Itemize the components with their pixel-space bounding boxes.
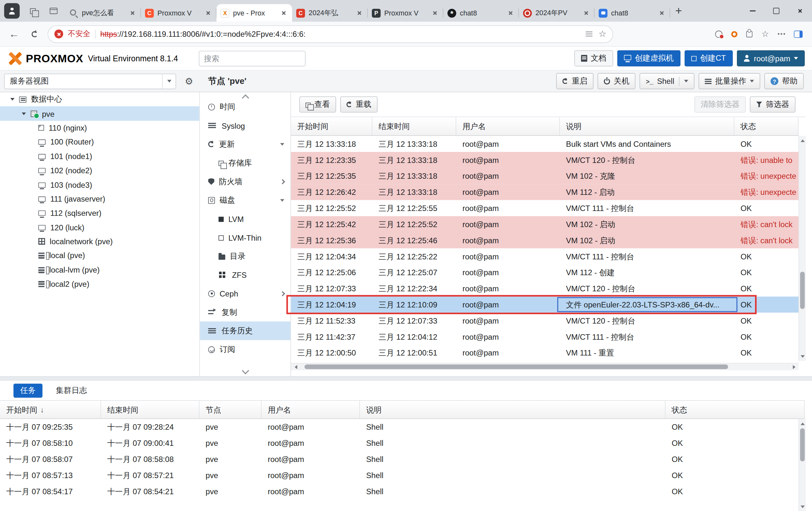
tree-item[interactable]: 103 (node3) (0, 178, 199, 192)
bottom-vertical-scrollbar[interactable] (799, 419, 806, 511)
tree-item[interactable]: 112 (sqlserver) (0, 206, 199, 220)
create-ct-button[interactable]: 创建CT (685, 50, 732, 66)
tab-close-icon[interactable] (280, 9, 288, 17)
task-row[interactable]: 十一月 07 09:25:35 十一月 07 09:28:24 pve root… (0, 419, 805, 435)
tree-item[interactable]: localnetwork (pve) (0, 234, 199, 248)
tree-item[interactable]: 102 (node2) (0, 163, 199, 178)
extensions-puzzle-icon[interactable] (747, 31, 753, 37)
tree-expander-icon[interactable] (10, 96, 19, 103)
reader-mode-icon[interactable] (585, 31, 592, 37)
browser-tab[interactable]: chat8 (443, 4, 519, 22)
tab-close-icon[interactable] (355, 9, 364, 17)
scrollbar-thumb[interactable] (800, 428, 805, 461)
task-row[interactable]: 三月 12 12:04:19 三月 12 12:10:09 root@pam 文… (291, 296, 799, 313)
task-row[interactable]: 三月 12 12:25:36 三月 12 12:25:46 root@pam V… (291, 232, 799, 248)
task-row[interactable]: 三月 12 12:23:35 三月 12 13:33:18 root@pam V… (291, 152, 799, 168)
tree-item[interactable]: 111 (javaserver) (0, 192, 199, 206)
scroll-up-icon[interactable] (799, 136, 807, 143)
scroll-up-icon[interactable] (799, 419, 807, 427)
new-tab-button[interactable]: + (675, 1, 682, 21)
task-vertical-scrollbar[interactable] (799, 136, 806, 361)
select-trigger[interactable] (162, 74, 176, 88)
tree-item[interactable]: local (pve) (0, 248, 199, 263)
nav-scroll-down-icon[interactable] (242, 367, 249, 375)
task-row[interactable]: 三月 12 12:00:50 三月 12 12:00:51 root@pam V… (291, 345, 799, 361)
column-header[interactable]: 节点 (199, 401, 262, 419)
browser-tab[interactable]: chat8 (594, 4, 670, 22)
tab-close-icon[interactable] (204, 9, 212, 17)
nav-item[interactable]: 目录 (200, 247, 290, 266)
browser-tab[interactable]: pve怎么看 (65, 4, 141, 22)
reload-button[interactable]: 重载 (340, 97, 378, 113)
column-header[interactable]: 状态 (734, 117, 799, 135)
tab-close-icon[interactable] (431, 9, 439, 17)
task-row[interactable]: 三月 12 12:25:35 三月 12 13:33:18 root@pam V… (291, 168, 799, 184)
tree-item[interactable]: 110 (nginx) (0, 120, 199, 135)
shutdown-button[interactable]: 关机 (598, 73, 635, 89)
tree-expander-icon[interactable] (22, 110, 30, 117)
scroll-right-icon[interactable] (791, 364, 799, 371)
browser-menu-icon[interactable] (778, 33, 779, 35)
tab-close-icon[interactable] (506, 9, 515, 17)
task-row[interactable]: 十一月 07 08:58:10 十一月 07 09:00:41 pve root… (0, 435, 805, 451)
documentation-button[interactable]: 文档 (574, 50, 613, 66)
scroll-down-icon[interactable] (799, 354, 807, 361)
nav-item[interactable]: ZFS (200, 266, 290, 284)
column-header[interactable]: 用户名 (456, 117, 560, 135)
shell-button[interactable]: Shell (640, 73, 694, 89)
clear-filter-button[interactable]: 清除筛选器 (694, 97, 746, 113)
task-row[interactable]: 三月 12 12:04:34 三月 12 12:25:22 root@pam V… (291, 248, 799, 265)
column-header[interactable]: 说明 (560, 117, 734, 135)
filter-button[interactable]: 筛选器 (750, 97, 795, 113)
help-button[interactable]: 帮助 (764, 73, 804, 89)
tab-tasks[interactable]: 任务 (13, 383, 42, 397)
caret-down-icon[interactable] (684, 80, 688, 84)
task-row[interactable]: 三月 12 12:25:52 三月 12 12:25:55 root@pam V… (291, 200, 799, 216)
tab-close-icon[interactable] (658, 9, 666, 17)
favorites-icon[interactable]: ☆ (761, 29, 769, 39)
task-row[interactable]: 三月 12 12:07:33 三月 12 12:22:34 root@pam V… (291, 280, 799, 296)
tab-close-icon[interactable] (582, 9, 590, 17)
window-maximize-button[interactable] (764, 0, 788, 22)
nav-item[interactable]: 复制 (200, 303, 290, 322)
column-header[interactable]: 用户名 (262, 401, 360, 419)
column-header[interactable]: 说明 (360, 401, 665, 419)
address-bar[interactable]: 不安全 https://192.168.119.111:8006/#v1:0:=… (48, 25, 613, 43)
task-row[interactable]: 十一月 07 08:58:07 十一月 07 08:58:08 pve root… (0, 451, 805, 467)
browser-tab[interactable]: 2024年PV (519, 4, 594, 22)
view-task-button[interactable]: 查看 (299, 97, 336, 113)
window-close-button[interactable] (788, 0, 812, 22)
nav-item[interactable]: 存储库 (200, 154, 290, 172)
task-row[interactable]: 三月 12 13:33:18 三月 12 13:33:18 root@pam B… (291, 136, 799, 152)
scroll-down-icon[interactable] (799, 504, 807, 511)
task-row[interactable]: 三月 12 12:25:06 三月 12 12:25:07 root@pam V… (291, 265, 799, 281)
tree-item[interactable]: 100 (Router) (0, 135, 199, 149)
restart-button[interactable]: 重启 (556, 73, 593, 89)
tree-item[interactable]: 数据中心 (0, 92, 199, 106)
browser-tab[interactable]: pve - Prox (216, 4, 292, 22)
server-view-select[interactable]: 服务器视图 (4, 73, 176, 89)
not-secure-icon[interactable] (54, 30, 63, 38)
sidebar-toggle-icon[interactable] (794, 30, 803, 37)
tree-item[interactable]: 120 (luck) (0, 220, 199, 234)
scroll-left-icon[interactable] (291, 364, 298, 371)
browser-tab[interactable]: Proxmox V (141, 4, 216, 22)
window-minimize-button[interactable] (741, 0, 764, 22)
task-row[interactable]: 三月 12 11:52:33 三月 12 12:07:33 root@pam V… (291, 313, 799, 329)
nav-item[interactable]: 任务历史 (200, 321, 290, 340)
tree-item[interactable]: 101 (node1) (0, 149, 199, 163)
task-row[interactable]: 十一月 07 08:54:17 十一月 07 08:54:21 pve root… (0, 483, 805, 500)
bulk-actions-button[interactable]: 批量操作 (699, 73, 760, 89)
nav-item[interactable]: 订阅 (200, 340, 290, 359)
scrollbar-thumb[interactable] (800, 272, 805, 309)
scrollbar-thumb[interactable] (304, 365, 728, 369)
user-menu-button[interactable]: root@pam (737, 50, 805, 66)
create-vm-button[interactable]: 创建虚拟机 (617, 50, 680, 66)
back-button[interactable]: ← (6, 26, 22, 42)
tab-search-icon[interactable] (46, 3, 61, 19)
column-header[interactable]: 状态 (665, 401, 805, 419)
browser-tab[interactable]: 2024年弘 (292, 4, 368, 22)
nav-item[interactable]: LVM (200, 209, 290, 228)
tree-item[interactable]: local-lvm (pve) (0, 263, 199, 277)
task-row[interactable]: 十一月 07 08:57:13 十一月 07 08:57:21 pve root… (0, 467, 805, 483)
